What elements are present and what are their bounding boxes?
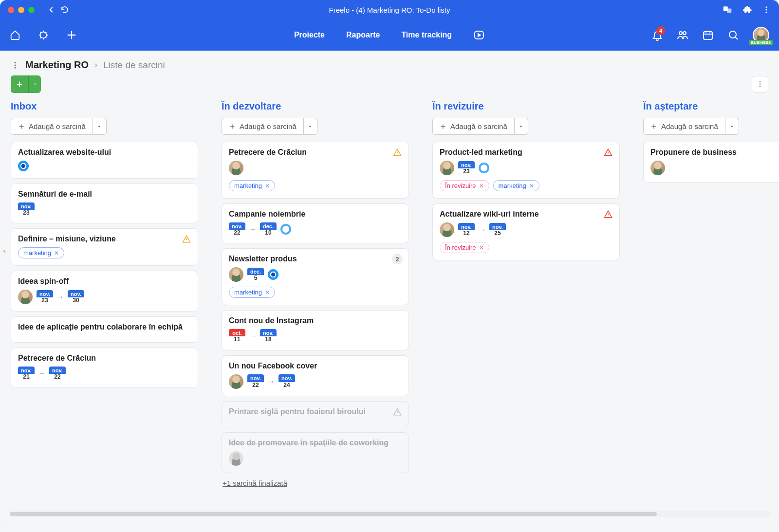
add-button[interactable]: [11, 75, 28, 93]
svg-point-7: [679, 32, 682, 35]
task-card[interactable]: Idee de aplicație pentru colaborare în e…: [11, 316, 198, 343]
window-controls: [8, 7, 35, 13]
svg-point-8: [683, 32, 686, 35]
date-pill: nov.23: [458, 161, 475, 175]
remove-tag-icon[interactable]: ✕: [265, 183, 270, 189]
close-window-icon[interactable]: [8, 7, 14, 13]
priority-icon: [18, 161, 29, 171]
svg-point-13: [15, 67, 16, 68]
task-card[interactable]: Ideea spin-offnov.23→nov.30: [11, 271, 198, 312]
card-title: Idee de aplicație pentru colaborare în e…: [18, 323, 191, 331]
tag[interactable]: marketing✕: [493, 180, 539, 191]
task-card[interactable]: 2Newsletter produsdec.5marketing✕: [222, 248, 409, 305]
column-title[interactable]: În așteptare: [643, 101, 779, 112]
task-card[interactable]: Propunere de business: [643, 142, 779, 183]
breadcrumb-project[interactable]: Marketing RO: [25, 59, 89, 71]
add-task-button[interactable]: Adaugă o sarcină: [432, 118, 515, 135]
date-pill: nov.22: [49, 367, 66, 380]
task-card[interactable]: Product-led marketingnov.23În revizuire✕…: [432, 142, 620, 199]
window-title: Freelo - (4) Marketing RO: To-Do listy: [329, 6, 450, 14]
task-card[interactable]: Definire – misiune, viziunemarketing✕: [11, 228, 198, 266]
priority-icon: [479, 163, 489, 173]
minimize-window-icon[interactable]: [18, 7, 24, 13]
tag[interactable]: marketing✕: [229, 180, 275, 191]
add-task-label: Adaugă o sarcină: [29, 122, 86, 130]
task-card[interactable]: Cont nou de Instagramoct.11→nov.18: [222, 310, 409, 350]
user-avatar[interactable]: BUSINESS: [753, 27, 769, 43]
date-pill: nov.12: [458, 223, 475, 237]
priority-icon: [280, 224, 291, 235]
card-title: Idee de promovare în spațiile de coworki…: [229, 439, 402, 447]
remove-tag-icon[interactable]: ✕: [265, 289, 270, 296]
date-pill: oct.11: [229, 329, 245, 343]
warning-icon: [182, 235, 191, 243]
collapse-sidebar-icon[interactable]: [1, 247, 8, 255]
add-task-button[interactable]: Adaugă o sarcină: [643, 118, 725, 135]
card-title: Campanie noiembrie: [229, 210, 402, 219]
bell-icon[interactable]: 4: [651, 29, 663, 41]
completed-tasks-link[interactable]: +1 sarcină finalizată: [222, 477, 409, 489]
more-icon[interactable]: [761, 5, 771, 15]
remove-tag-icon[interactable]: ✕: [54, 250, 59, 257]
add-task-dropdown[interactable]: [304, 118, 317, 135]
add-task-button[interactable]: Adaugă o sarcină: [222, 118, 304, 135]
date-pill: nov.18: [260, 329, 277, 343]
card-title: Ideea spin-off: [18, 277, 191, 286]
column-title[interactable]: În revizuire: [432, 101, 620, 112]
task-card[interactable]: Semnături de e-mailnov.23: [11, 183, 198, 223]
task-card[interactable]: Petrecere de Crăciunmarketing✕: [222, 142, 409, 199]
arrow-right-icon: →: [479, 226, 485, 234]
play-icon[interactable]: [473, 29, 485, 41]
people-icon[interactable]: [677, 29, 688, 41]
task-card[interactable]: Campanie noiembrienov.22→dec.10: [222, 203, 409, 243]
card-title: Newsletter produs: [229, 255, 402, 263]
tag[interactable]: marketing✕: [18, 247, 64, 258]
warning-icon: [393, 148, 402, 157]
extension-icon[interactable]: [742, 5, 752, 15]
task-card[interactable]: Printare siglă pentru foaierul biroului: [222, 401, 409, 427]
add-task-dropdown[interactable]: [725, 118, 739, 135]
add-task-button[interactable]: Adaugă o sarcină: [11, 118, 93, 135]
column-title[interactable]: În dezvoltare: [222, 101, 409, 112]
remove-tag-icon[interactable]: ✕: [529, 183, 534, 189]
add-task-dropdown[interactable]: [515, 118, 528, 135]
plus-icon[interactable]: [66, 30, 77, 40]
nav-time-tracking[interactable]: Time tracking: [401, 31, 452, 39]
arrow-right-icon: →: [268, 378, 275, 385]
card-title: Petrecere de Crăciun: [229, 148, 402, 157]
titlebar: Freelo - (4) Marketing RO: To-Do listy: [0, 0, 779, 19]
back-icon[interactable]: [46, 5, 56, 15]
task-card[interactable]: Petrecere de Crăciunnov.21→nov.22: [11, 348, 198, 387]
add-dropdown[interactable]: [28, 75, 41, 93]
tag[interactable]: În revizuire✕: [440, 242, 489, 253]
search-icon[interactable]: [727, 29, 739, 41]
reload-icon[interactable]: [60, 5, 70, 15]
nav-projects[interactable]: Proiecte: [294, 31, 325, 39]
task-card[interactable]: Un nou Facebook covernov.22→nov.24: [222, 355, 409, 396]
translate-icon[interactable]: [723, 5, 732, 15]
breadcrumb-menu-icon[interactable]: [11, 61, 19, 70]
column-title[interactable]: Inbox: [11, 101, 198, 112]
svg-point-5: [40, 32, 47, 38]
column: În revizuire Adaugă o sarcină Product-le…: [432, 101, 620, 505]
nav-reports[interactable]: Rapoarte: [346, 31, 380, 39]
horizontal-scrollbar[interactable]: [9, 511, 770, 517]
remove-tag-icon[interactable]: ✕: [479, 183, 484, 189]
maximize-window-icon[interactable]: [28, 7, 35, 13]
task-card[interactable]: Idee de promovare în spațiile de coworki…: [222, 432, 409, 473]
calendar-icon[interactable]: [702, 29, 714, 41]
svg-point-15: [760, 84, 761, 85]
tag[interactable]: În revizuire✕: [440, 180, 489, 191]
date-pill: nov.22: [247, 374, 264, 388]
date-pill: nov.23: [37, 290, 53, 304]
assignee-avatar: [440, 161, 454, 175]
remove-tag-icon[interactable]: ✕: [479, 244, 484, 251]
gear-icon[interactable]: [38, 30, 49, 40]
board-options-icon[interactable]: [752, 76, 768, 92]
task-card[interactable]: Actualizare wiki-uri internenov.12→nov.2…: [432, 203, 620, 260]
home-icon[interactable]: [10, 30, 20, 40]
task-card[interactable]: Actualizarea website-ului: [11, 142, 198, 179]
add-task-label: Adaugă o sarcină: [661, 122, 718, 130]
tag[interactable]: marketing✕: [229, 287, 275, 298]
add-task-dropdown[interactable]: [93, 118, 107, 135]
